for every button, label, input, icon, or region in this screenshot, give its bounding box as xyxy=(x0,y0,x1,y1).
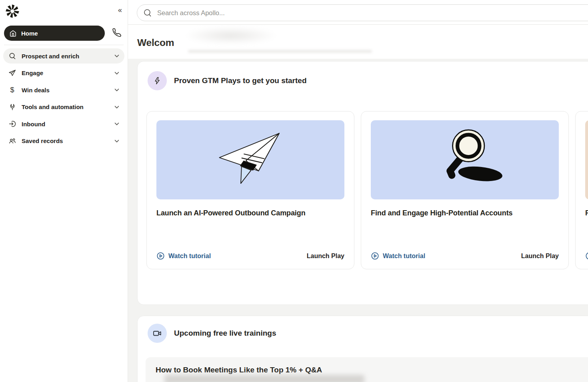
collapse-sidebar-icon[interactable]: « xyxy=(118,6,121,14)
training-title: How to Book Meetings Like the Top 1% + Q… xyxy=(156,366,588,374)
home-icon xyxy=(9,30,17,37)
sidebar-item-label: Prospect and enrich xyxy=(22,53,108,60)
sidebar-item-label: Tools and automation xyxy=(22,103,108,110)
training-list-item[interactable]: How to Book Meetings Like the Top 1% + Q… xyxy=(146,357,588,382)
dollar-icon: $ xyxy=(8,86,16,94)
gtm-cards-row: Launch an AI-Powered Outbound Campaign W… xyxy=(146,111,588,269)
apollo-logo-icon[interactable] xyxy=(5,4,20,18)
play-card-outbound-campaign: Launch an AI-Powered Outbound Campaign W… xyxy=(146,111,354,269)
gtm-plays-section: Proven GTM Plays to get you started xyxy=(137,61,588,305)
watch-tutorial-label: Watch tutorial xyxy=(168,253,211,260)
sidebar-item-home[interactable]: Home xyxy=(4,26,105,41)
play-circle-icon xyxy=(585,252,588,260)
sidebar-item-engage[interactable]: Engage xyxy=(3,66,124,81)
redacted-subtitle-blur xyxy=(188,50,372,53)
chevron-down-icon[interactable] xyxy=(114,53,120,59)
play-card-footer: Watch tutorial Launch Play xyxy=(371,252,559,260)
sidebar-item-label: Inbound xyxy=(22,121,108,127)
sidebar-item-inbound[interactable]: Inbound xyxy=(3,116,124,131)
watch-tutorial-button[interactable]: Watch tutorial xyxy=(156,252,211,260)
wrench-icon xyxy=(8,103,16,111)
sidebar-item-label: Engage xyxy=(22,70,108,76)
search-icon xyxy=(8,52,16,60)
play-card-footer: Watch tutorial Launch Play xyxy=(585,252,588,260)
global-search[interactable] xyxy=(137,4,588,21)
play-card-footer: Watch tutorial Launch Play xyxy=(156,252,344,260)
watch-tutorial-button[interactable]: Watch tutorial xyxy=(585,252,588,260)
trainings-section-header: Upcoming free live trainings xyxy=(148,324,276,343)
launch-play-button[interactable]: Launch Play xyxy=(307,253,344,260)
send-icon xyxy=(8,69,16,77)
main-content: Proven GTM Plays to get you started xyxy=(128,59,588,382)
sidebar: « Home Prospect and enrich xyxy=(0,0,128,382)
sidebar-item-label: Win deals xyxy=(22,87,108,94)
search-icon xyxy=(143,8,152,17)
page-title: Welcom xyxy=(137,37,174,48)
sidebar-nav: Prospect and enrich Engage $ Win deals xyxy=(3,48,124,150)
search-input[interactable] xyxy=(156,9,588,17)
chevron-down-icon[interactable] xyxy=(114,87,120,93)
play-card-title: Find and Engage High-Potential Accounts xyxy=(371,209,559,217)
lightning-icon xyxy=(148,71,167,90)
chevron-down-icon[interactable] xyxy=(114,138,120,144)
watch-tutorial-button[interactable]: Watch tutorial xyxy=(371,252,425,260)
sidebar-divider xyxy=(4,45,124,45)
trainings-section: Upcoming free live trainings How to Book… xyxy=(137,316,588,382)
video-camera-icon xyxy=(148,324,167,343)
sidebar-item-label: Saved records xyxy=(22,137,108,144)
sidebar-item-label: Home xyxy=(21,30,38,37)
play-circle-icon xyxy=(371,252,379,260)
illustration-placeholder xyxy=(585,120,588,199)
chevron-down-icon[interactable] xyxy=(114,104,120,110)
people-icon xyxy=(8,137,16,145)
section-title: Proven GTM Plays to get you started xyxy=(174,76,307,85)
redacted-user-name-blur xyxy=(184,27,278,44)
play-circle-icon xyxy=(156,252,165,260)
welcome-band: Welcom xyxy=(128,25,588,59)
top-bar xyxy=(128,0,588,25)
chevron-down-icon[interactable] xyxy=(114,121,120,127)
watch-tutorial-label: Watch tutorial xyxy=(383,253,425,260)
play-card-title: F xyxy=(585,209,588,217)
play-card-title: Launch an AI-Powered Outbound Campaign xyxy=(156,209,344,217)
section-title: Upcoming free live trainings xyxy=(174,329,276,338)
play-card-high-potential-accounts: Find and Engage High-Potential Accounts … xyxy=(361,111,569,269)
launch-play-button[interactable]: Launch Play xyxy=(521,253,559,260)
arrow-into-circle-icon xyxy=(8,120,16,128)
sidebar-item-prospect-and-enrich[interactable]: Prospect and enrich xyxy=(3,48,124,64)
redacted-training-details-blur xyxy=(164,375,364,382)
gtm-section-header: Proven GTM Plays to get you started xyxy=(148,71,307,90)
chevron-down-icon[interactable] xyxy=(114,70,120,76)
paper-plane-illustration xyxy=(156,120,344,199)
sidebar-item-win-deals[interactable]: $ Win deals xyxy=(3,82,124,97)
dialer-phone-icon[interactable] xyxy=(112,28,122,38)
sidebar-item-tools-and-automation[interactable]: Tools and automation xyxy=(3,99,124,115)
play-card-partial: F Watch tutorial Launch Play xyxy=(575,111,588,269)
sidebar-item-saved-records[interactable]: Saved records xyxy=(3,133,124,149)
magnifier-illustration xyxy=(371,120,559,199)
